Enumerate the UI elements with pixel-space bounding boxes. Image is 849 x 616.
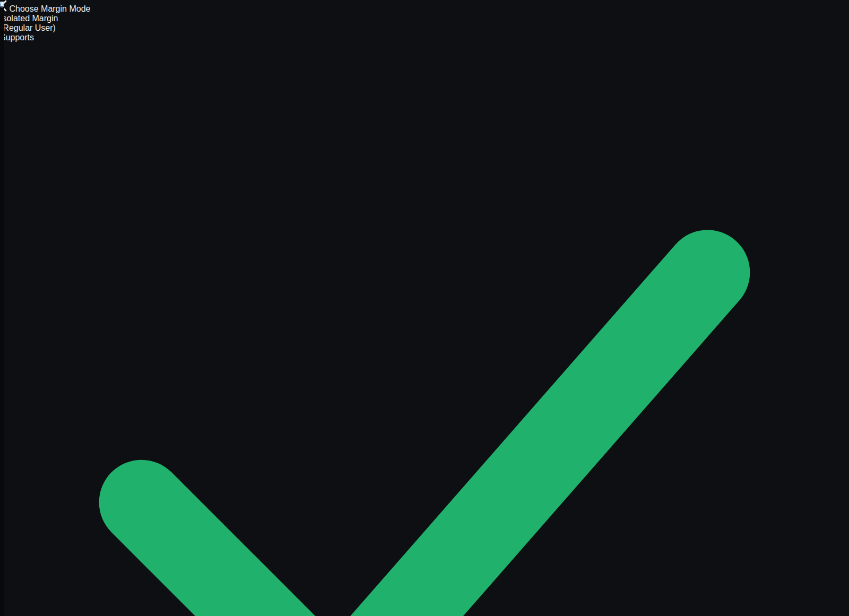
section-label: Supports [0,33,849,42]
edge-text-fragment: Tr [0,0,4,8]
check-icon [0,42,849,616]
background-page-edge: s % H .5 Tr [0,0,4,616]
list-item: Spot [0,42,849,616]
card-sections: Supports Spot USDT-Perp, USDC-Perp and U… [0,33,849,616]
card-subtitle: (Regular User) [0,23,849,33]
card-title: Isolated Margin [0,14,849,23]
card-isolated-margin: Isolated Margin (Regular User) Supports … [0,14,849,616]
page-title: Choose Margin Mode [9,4,90,13]
margin-mode-cards: Isolated Margin (Regular User) Supports … [0,14,849,616]
modal-header: Choose Margin Mode [0,0,849,14]
section-supports: Supports Spot USDT-Perp, USDC-Perp and U… [0,33,849,616]
